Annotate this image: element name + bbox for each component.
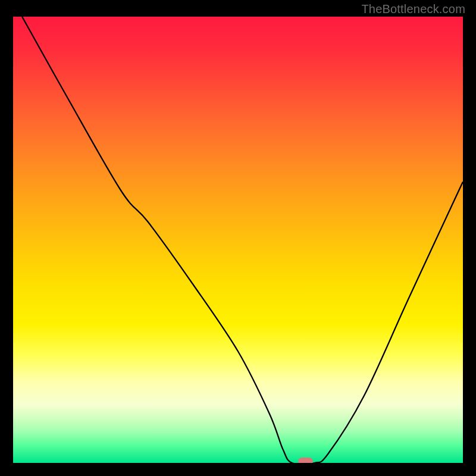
watermark-text: TheBottleneck.com — [361, 2, 465, 16]
bottleneck-curve — [13, 17, 463, 463]
chart-container: TheBottleneck.com — [0, 0, 476, 476]
plot-area — [13, 17, 463, 463]
optimum-marker — [298, 458, 313, 463]
